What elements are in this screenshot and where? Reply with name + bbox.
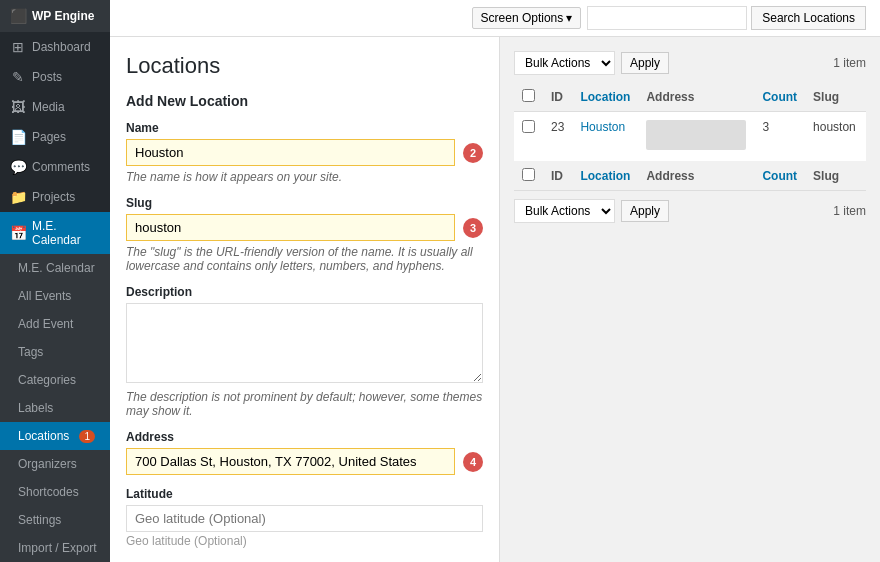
search-locations-button[interactable]: Search Locations — [751, 6, 866, 30]
description-hint: The description is not prominent by defa… — [126, 390, 483, 418]
row-checkbox[interactable] — [522, 120, 535, 133]
description-label: Description — [126, 285, 483, 299]
sidebar-item-locations[interactable]: Locations 1 — [0, 422, 110, 450]
annotation-3: 3 — [463, 218, 483, 238]
latitude-input[interactable] — [126, 505, 483, 532]
dashboard-icon: ⊞ — [10, 39, 26, 55]
footer-checkbox — [514, 162, 543, 191]
topbar: Screen Options ▾ Search Locations — [110, 0, 880, 37]
address-input[interactable] — [126, 448, 455, 475]
search-input[interactable] — [587, 6, 747, 30]
apply-button-top[interactable]: Apply — [621, 52, 669, 74]
row-count: 3 — [754, 112, 805, 162]
locations-badge: 1 — [79, 430, 95, 443]
table-row: 23 Houston 3 houston — [514, 112, 866, 162]
footer-slug-col: Slug — [805, 162, 866, 191]
locations-table: ID Location Address Count Slug 23 — [514, 83, 866, 191]
sidebar-item-label: Comments — [32, 160, 90, 174]
latitude-field: Latitude Geo latitude (Optional) — [126, 487, 483, 548]
sidebar-item-dashboard[interactable]: ⊞ Dashboard — [0, 32, 110, 62]
sidebar-sub-label: Organizers — [18, 457, 77, 471]
footer-id-col: ID — [543, 162, 572, 191]
projects-icon: 📁 — [10, 189, 26, 205]
slug-label: Slug — [126, 196, 483, 210]
row-address — [638, 112, 754, 162]
sidebar-item-add-event[interactable]: Add Event — [0, 310, 110, 338]
chevron-down-icon: ▾ — [566, 11, 572, 25]
location-link[interactable]: Houston — [580, 120, 625, 134]
wp-engine-icon: ⬛ — [10, 8, 26, 24]
count-column-header[interactable]: Count — [754, 83, 805, 112]
sidebar-sub-label: Shortcodes — [18, 485, 79, 499]
name-label: Name — [126, 121, 483, 135]
slug-input[interactable] — [126, 214, 455, 241]
row-checkbox-cell — [514, 112, 543, 162]
sidebar-item-comments[interactable]: 💬 Comments — [0, 152, 110, 182]
footer-select-all[interactable] — [522, 168, 535, 181]
bulk-actions-select-bottom[interactable]: Bulk Actions — [514, 199, 615, 223]
sidebar-item-label: M.E. Calendar — [32, 219, 100, 247]
sidebar-item-me-calendar[interactable]: 📅 M.E. Calendar — [0, 212, 110, 254]
bulk-actions-select[interactable]: Bulk Actions — [514, 51, 615, 75]
sidebar-item-pages[interactable]: 📄 Pages — [0, 122, 110, 152]
sidebar-item-label: Posts — [32, 70, 62, 84]
address-blurred — [646, 120, 746, 150]
name-field: Name 2 The name is how it appears on you… — [126, 121, 483, 184]
sidebar-item-label: Projects — [32, 190, 75, 204]
sidebar-item-import-export[interactable]: Import / Export — [0, 534, 110, 562]
sidebar-item-all-events[interactable]: All Events — [0, 282, 110, 310]
sidebar-item-projects[interactable]: 📁 Projects — [0, 182, 110, 212]
description-field: Description The description is not promi… — [126, 285, 483, 418]
sidebar-logo[interactable]: ⬛ WP Engine — [0, 0, 110, 32]
sidebar-item-shortcodes[interactable]: Shortcodes — [0, 478, 110, 506]
address-column-header: Address — [638, 83, 754, 112]
sidebar-item-tags[interactable]: Tags — [0, 338, 110, 366]
media-icon: 🖼 — [10, 99, 26, 115]
row-location: Houston — [572, 112, 638, 162]
table-footer-row: ID Location Address Count Slug — [514, 162, 866, 191]
slug-column-header: Slug — [805, 83, 866, 112]
location-column-header[interactable]: Location — [572, 83, 638, 112]
sidebar-item-media[interactable]: 🖼 Media — [0, 92, 110, 122]
sidebar-item-categories[interactable]: Categories — [0, 366, 110, 394]
pages-icon: 📄 — [10, 129, 26, 145]
sidebar-item-labels[interactable]: Labels — [0, 394, 110, 422]
sidebar-sub-label: Settings — [18, 513, 61, 527]
screen-options-button[interactable]: Screen Options ▾ — [472, 7, 582, 29]
description-textarea[interactable] — [126, 303, 483, 383]
checkbox-header — [514, 83, 543, 112]
comments-icon: 💬 — [10, 159, 26, 175]
sidebar-item-posts[interactable]: ✎ Posts — [0, 62, 110, 92]
sidebar-item-label: Dashboard — [32, 40, 91, 54]
item-count-bottom: 1 item — [833, 204, 866, 218]
address-label: Address — [126, 430, 483, 444]
name-input[interactable] — [126, 139, 455, 166]
sidebar-item-organizers[interactable]: Organizers — [0, 450, 110, 478]
sidebar-item-settings[interactable]: Settings — [0, 506, 110, 534]
table-panel: Bulk Actions Apply 1 item ID Location Ad… — [500, 37, 880, 562]
item-count: 1 item — [833, 56, 866, 70]
annotation-2: 2 — [463, 143, 483, 163]
calendar-icon: 📅 — [10, 225, 26, 241]
sidebar-item-me-calendar-sub[interactable]: M.E. Calendar — [0, 254, 110, 282]
select-all-checkbox[interactable] — [522, 89, 535, 102]
table-header-row: ID Location Address Count Slug — [514, 83, 866, 112]
id-column-header: ID — [543, 83, 572, 112]
footer-location-col[interactable]: Location — [572, 162, 638, 191]
sidebar-item-label: Media — [32, 100, 65, 114]
form-panel: Locations Add New Location Name 2 The na… — [110, 37, 500, 562]
page-title: Locations — [126, 53, 483, 79]
sidebar-sub-label: Add Event — [18, 317, 73, 331]
annotation-4: 4 — [463, 452, 483, 472]
footer-address-col: Address — [638, 162, 754, 191]
latitude-placeholder-hint: Geo latitude (Optional) — [126, 534, 483, 548]
footer-count-col[interactable]: Count — [754, 162, 805, 191]
row-id: 23 — [543, 112, 572, 162]
posts-icon: ✎ — [10, 69, 26, 85]
add-new-location-title: Add New Location — [126, 93, 483, 109]
bottom-bulk-actions: Bulk Actions Apply 1 item — [514, 199, 866, 223]
apply-button-bottom[interactable]: Apply — [621, 200, 669, 222]
sidebar-sub-label: Tags — [18, 345, 43, 359]
name-hint: The name is how it appears on your site. — [126, 170, 483, 184]
sidebar-sub-label: Labels — [18, 401, 53, 415]
